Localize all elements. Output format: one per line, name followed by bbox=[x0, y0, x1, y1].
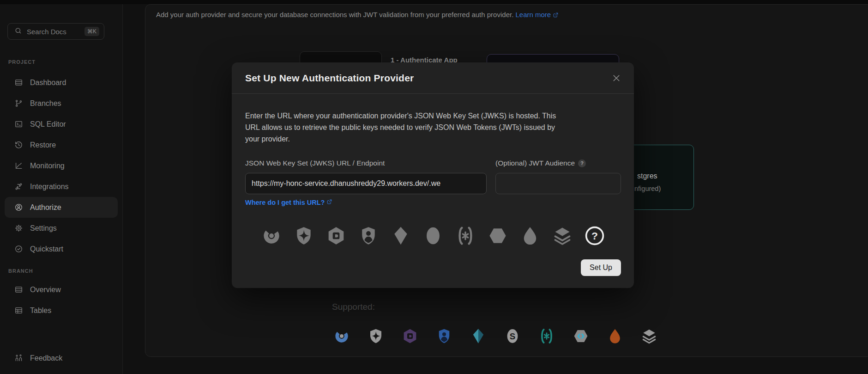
jwks-url-label: JSON Web Key Set (JWKS) URL / Endpoint bbox=[245, 159, 385, 167]
oval-provider-button[interactable] bbox=[423, 226, 443, 246]
check-circle-icon bbox=[14, 245, 23, 254]
hexagon-code-icon bbox=[573, 328, 589, 344]
sidebar-item-label: Quickstart bbox=[30, 245, 63, 253]
section-label-project: PROJECT bbox=[8, 59, 36, 65]
section-label-branch: BRANCH bbox=[8, 268, 33, 274]
jwt-audience-label: (Optional) JWT Audience ? bbox=[495, 159, 586, 167]
shield-star-provider-button[interactable] bbox=[294, 226, 314, 246]
sidebar-item-label: Branches bbox=[30, 99, 61, 108]
oval-s-icon: S bbox=[504, 328, 521, 344]
postgres-card-title: stgres bbox=[637, 172, 657, 180]
custom-question-provider-button[interactable]: ? bbox=[585, 226, 605, 246]
search-shortcut-badge: ⌘K bbox=[84, 27, 99, 36]
sidebar-item-monitoring[interactable]: Monitoring bbox=[0, 155, 122, 176]
learn-more-link[interactable]: Learn more bbox=[515, 11, 551, 18]
clerk-provider-button[interactable] bbox=[261, 226, 282, 246]
sidebar-item-label: Monitoring bbox=[30, 162, 65, 170]
search-docs-input[interactable]: Search Docs ⌘K bbox=[7, 23, 104, 40]
sidebar-item-label: Settings bbox=[30, 224, 57, 233]
feedback-button[interactable]: Feedback bbox=[0, 348, 122, 368]
chart-line-icon bbox=[14, 161, 23, 171]
hexagon-provider-button[interactable] bbox=[488, 226, 508, 246]
sidebar-item-label: Tables bbox=[30, 307, 51, 315]
help-icon[interactable]: ? bbox=[578, 159, 586, 167]
history-clock-icon bbox=[14, 141, 23, 150]
sidebar-item-overview[interactable]: Overview bbox=[0, 279, 122, 300]
sidebar-item-authorize[interactable]: Authorize bbox=[5, 197, 118, 218]
sidebar-item-label: Authorize bbox=[30, 203, 61, 212]
external-link-icon bbox=[326, 199, 332, 206]
paren-asterisk-icon bbox=[538, 328, 555, 344]
modal-title: Set Up New Authentication Provider bbox=[245, 73, 414, 84]
postgres-card-subtitle: nfigured) bbox=[634, 185, 661, 192]
modal-description: Enter the URL where your authentication … bbox=[245, 110, 559, 145]
sidebar-item-label: Restore bbox=[30, 141, 56, 149]
user-circle-icon bbox=[14, 203, 23, 212]
table-grid-icon bbox=[14, 306, 23, 315]
jwt-audience-input[interactable] bbox=[495, 173, 621, 194]
window-icon bbox=[14, 285, 23, 294]
set-up-button[interactable]: Set Up bbox=[581, 259, 621, 276]
modal-header: Set Up New Authentication Provider bbox=[232, 62, 634, 94]
sidebar-item-label: Overview bbox=[30, 286, 61, 294]
where-url-link[interactable]: Where do I get this URL? bbox=[245, 199, 332, 206]
stack-layers-provider-button[interactable] bbox=[552, 226, 573, 246]
close-icon[interactable] bbox=[611, 73, 622, 84]
setup-auth-provider-modal: Set Up New Authentication Provider Enter… bbox=[232, 62, 634, 288]
shield-user-icon bbox=[436, 328, 452, 344]
hex-badge-icon bbox=[402, 328, 418, 344]
droplet-icon bbox=[607, 328, 623, 344]
search-label: Search Docs bbox=[27, 28, 80, 36]
shield-user-provider-button[interactable] bbox=[358, 226, 379, 246]
svg-text:?: ? bbox=[591, 230, 598, 242]
jwt-audience-label-text: (Optional) JWT Audience bbox=[495, 159, 575, 167]
sidebar-item-sql-editor[interactable]: SQL Editor bbox=[0, 114, 122, 135]
search-icon bbox=[14, 27, 22, 37]
svg-text:S: S bbox=[510, 331, 516, 341]
auth-intro-sentence: Add your auth provider and secure your d… bbox=[156, 11, 513, 18]
sidebar-item-dashboard[interactable]: Dashboard bbox=[0, 72, 122, 93]
sidebar-item-integrations[interactable]: Integrations bbox=[0, 176, 122, 197]
sidebar-item-restore[interactable]: Restore bbox=[0, 135, 122, 155]
dashboard-icon bbox=[14, 78, 23, 87]
feedback-label: Feedback bbox=[30, 354, 62, 362]
jwks-url-input[interactable] bbox=[245, 173, 487, 194]
external-link-icon bbox=[553, 12, 559, 19]
sidebar-item-label: SQL Editor bbox=[30, 120, 66, 129]
where-url-link-text: Where do I get this URL? bbox=[245, 199, 325, 206]
sidebar-item-quickstart[interactable]: Quickstart bbox=[0, 239, 122, 259]
sidebar-footer: Feedback bbox=[0, 348, 122, 368]
top-strip bbox=[0, 0, 868, 4]
terminal-icon bbox=[14, 120, 23, 129]
sidebar: Search Docs ⌘K PROJECT Dashboard Branche… bbox=[0, 4, 122, 374]
branch-nav: Overview Tables bbox=[0, 279, 122, 321]
droplet-provider-button[interactable] bbox=[520, 226, 540, 246]
project-nav: Dashboard Branches SQL Editor Restore Mo… bbox=[0, 72, 122, 259]
sidebar-item-branches[interactable]: Branches bbox=[0, 93, 122, 114]
sidebar-item-label: Dashboard bbox=[30, 79, 66, 87]
paren-asterisk-provider-button[interactable] bbox=[455, 226, 476, 246]
shield-star-icon bbox=[368, 328, 384, 344]
app-root: Search Docs ⌘K PROJECT Dashboard Branche… bbox=[0, 0, 868, 374]
sidebar-item-tables[interactable]: Tables bbox=[0, 300, 122, 321]
feedback-people-icon bbox=[14, 354, 23, 363]
auth-intro-text: Add your auth provider and secure your d… bbox=[156, 11, 559, 19]
clerk-icon bbox=[333, 328, 350, 344]
supported-label: Supported: bbox=[332, 302, 375, 312]
diamond-icon bbox=[470, 328, 487, 344]
sidebar-item-settings[interactable]: Settings bbox=[0, 218, 122, 239]
sidebar-item-label: Integrations bbox=[30, 183, 69, 191]
supported-providers-row: S bbox=[333, 328, 657, 344]
git-compare-icon bbox=[14, 182, 23, 191]
sidebar-divider bbox=[122, 4, 123, 374]
provider-picker-row: ? bbox=[245, 226, 621, 246]
stack-layers-icon bbox=[641, 328, 657, 344]
hex-badge-provider-button[interactable] bbox=[326, 226, 346, 246]
git-branch-icon bbox=[14, 99, 23, 108]
diamond-provider-button[interactable] bbox=[391, 226, 411, 246]
gear-icon bbox=[14, 224, 23, 233]
